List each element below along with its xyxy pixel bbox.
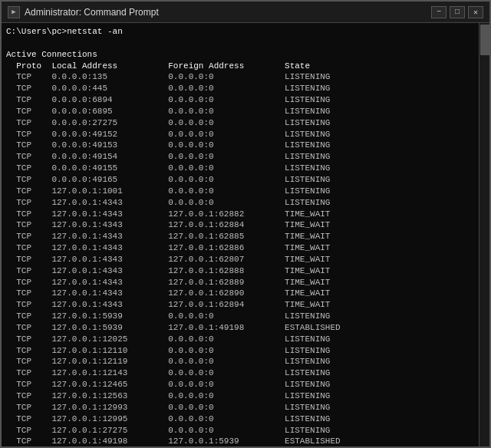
table-row: TCP 0.0.0.0:49165 0.0.0.0:0 LISTENING [6,174,485,186]
table-row: TCP 127.0.0.1:1001 0.0.0.0:0 LISTENING [6,186,485,197]
scrollbar[interactable] [479,23,489,446]
table-row: TCP 127.0.0.1:27275 0.0.0.0:0 LISTENING [6,425,485,436]
table-row: TCP 127.0.0.1:12025 0.0.0.0:0 LISTENING [6,334,485,345]
console-blank-1 [6,38,485,49]
maximize-button[interactable]: □ [450,6,465,18]
table-row: TCP 0.0.0.0:49153 0.0.0.0:0 LISTENING [6,140,485,151]
table-row: TCP 127.0.0.1:12993 0.0.0.0:0 LISTENING [6,402,485,413]
table-row: TCP 0.0.0.0:27275 0.0.0.0:0 LISTENING [6,117,485,129]
table-row: TCP 0.0.0.0:49154 0.0.0.0:0 LISTENING [6,151,485,163]
window-title: Administrator: Command Prompt [25,7,159,18]
window-icon: ▶ [8,6,20,18]
table-row: TCP 0.0.0.0:49155 0.0.0.0:0 LISTENING [6,163,485,174]
console-command: C:\Users\pc>netstat -an [6,26,485,38]
table-row: TCP 127.0.0.1:4343 127.0.0.1:62882 TIME_… [6,209,485,220]
table-row: TCP 127.0.0.1:12110 0.0.0.0:0 LISTENING [6,345,485,357]
table-row: TCP 127.0.0.1:4343 127.0.0.1:62807 TIME_… [6,254,485,265]
command-prompt-window: ▶ Administrator: Command Prompt − □ ✕ C:… [0,0,491,448]
table-row: TCP 127.0.0.1:4343 127.0.0.1:62888 TIME_… [6,265,485,277]
close-button[interactable]: ✕ [468,6,483,18]
table-row: TCP 127.0.0.1:4343 127.0.0.1:62889 TIME_… [6,277,485,288]
table-row: TCP 127.0.0.1:49198 127.0.0.1:5939 ESTAB… [6,436,485,446]
table-row: TCP 127.0.0.1:4343 127.0.0.1:62886 TIME_… [6,242,485,254]
table-row: TCP 0.0.0.0:6895 0.0.0.0:0 LISTENING [6,106,485,117]
table-row: TCP 127.0.0.1:4343 127.0.0.1:62884 TIME_… [6,219,485,231]
table-row: TCP 127.0.0.1:4343 127.0.0.1:62894 TIME_… [6,299,485,311]
scrollbar-thumb[interactable] [480,25,489,55]
table-row: TCP 127.0.0.1:5939 0.0.0.0:0 LISTENING [6,311,485,322]
table-row: TCP 127.0.0.1:12465 0.0.0.0:0 LISTENING [6,379,485,390]
table-row: TCP 0.0.0.0:6894 0.0.0.0:0 LISTENING [6,94,485,106]
console-rows: TCP 0.0.0.0:135 0.0.0.0:0 LISTENING TCP … [6,71,485,446]
titlebar-controls[interactable]: − □ ✕ [431,6,483,18]
table-row: TCP 0.0.0.0:445 0.0.0.0:0 LISTENING [6,83,485,94]
table-row: TCP 127.0.0.1:12119 0.0.0.0:0 LISTENING [6,356,485,367]
console-col-headers: Proto Local Address Foreign Address Stat… [6,61,485,72]
table-row: TCP 127.0.0.1:4343 0.0.0.0:0 LISTENING [6,197,485,209]
table-row: TCP 127.0.0.1:12995 0.0.0.0:0 LISTENING [6,413,485,425]
table-row: TCP 127.0.0.1:4343 127.0.0.1:62885 TIME_… [6,231,485,242]
minimize-button[interactable]: − [431,6,447,18]
table-row: TCP 127.0.0.1:5939 127.0.0.1:49198 ESTAB… [6,322,485,334]
titlebar: ▶ Administrator: Command Prompt − □ ✕ [2,2,489,23]
console-heading: Active Connections [6,49,485,61]
table-row: TCP 127.0.0.1:4343 127.0.0.1:62890 TIME_… [6,288,485,299]
table-row: TCP 0.0.0.0:135 0.0.0.0:0 LISTENING [6,71,485,83]
table-row: TCP 0.0.0.0:49152 0.0.0.0:0 LISTENING [6,129,485,140]
table-row: TCP 127.0.0.1:12143 0.0.0.0:0 LISTENING [6,367,485,379]
table-row: TCP 127.0.0.1:12563 0.0.0.0:0 LISTENING [6,390,485,402]
console-body: C:\Users\pc>netstat -an Active Connectio… [2,23,489,446]
titlebar-left: ▶ Administrator: Command Prompt [8,6,159,18]
